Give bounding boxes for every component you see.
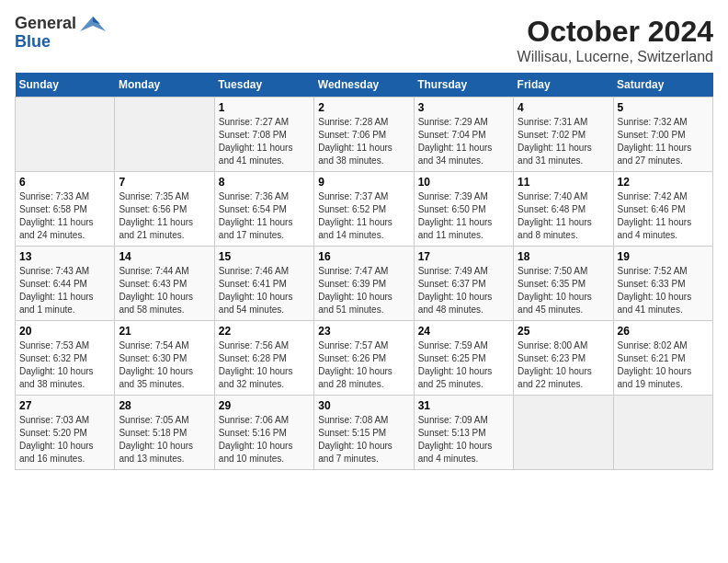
day-detail: Sunrise: 7:49 AM Sunset: 6:37 PM Dayligh… xyxy=(418,265,509,316)
day-number: 23 xyxy=(318,325,409,338)
table-row: 12Sunrise: 7:42 AM Sunset: 6:46 PM Dayli… xyxy=(613,172,712,247)
day-number: 30 xyxy=(318,399,409,412)
table-row: 13Sunrise: 7:43 AM Sunset: 6:44 PM Dayli… xyxy=(16,247,115,321)
day-number: 20 xyxy=(19,325,110,338)
table-row: 3Sunrise: 7:29 AM Sunset: 7:04 PM Daylig… xyxy=(414,98,513,172)
day-detail: Sunrise: 8:00 AM Sunset: 6:23 PM Dayligh… xyxy=(518,339,609,391)
logo: General Blue xyxy=(15,15,106,52)
day-detail: Sunrise: 7:37 AM Sunset: 6:52 PM Dayligh… xyxy=(318,190,409,242)
header-saturday: Saturday xyxy=(613,73,712,98)
day-detail: Sunrise: 7:28 AM Sunset: 7:06 PM Dayligh… xyxy=(318,116,409,167)
day-number: 31 xyxy=(418,399,509,412)
table-row: 17Sunrise: 7:49 AM Sunset: 6:37 PM Dayli… xyxy=(414,247,513,321)
day-number: 13 xyxy=(19,250,110,263)
table-row: 24Sunrise: 7:59 AM Sunset: 6:25 PM Dayli… xyxy=(414,321,513,396)
table-row xyxy=(16,98,115,172)
day-number: 8 xyxy=(219,176,310,189)
table-row: 26Sunrise: 8:02 AM Sunset: 6:21 PM Dayli… xyxy=(613,321,712,396)
day-number: 1 xyxy=(219,101,310,114)
day-detail: Sunrise: 7:52 AM Sunset: 6:33 PM Dayligh… xyxy=(618,265,709,316)
day-detail: Sunrise: 7:43 AM Sunset: 6:44 PM Dayligh… xyxy=(19,265,110,316)
day-number: 3 xyxy=(418,101,509,114)
header-sunday: Sunday xyxy=(16,73,115,98)
day-number: 15 xyxy=(219,250,310,263)
day-detail: Sunrise: 7:46 AM Sunset: 6:41 PM Dayligh… xyxy=(219,265,310,316)
header: General Blue October 2024 Willisau, Luce… xyxy=(15,15,713,65)
day-detail: Sunrise: 7:57 AM Sunset: 6:26 PM Dayligh… xyxy=(318,339,409,391)
day-number: 11 xyxy=(518,176,609,189)
day-number: 17 xyxy=(418,250,509,263)
day-detail: Sunrise: 7:53 AM Sunset: 6:32 PM Dayligh… xyxy=(19,339,110,391)
table-row: 23Sunrise: 7:57 AM Sunset: 6:26 PM Dayli… xyxy=(314,321,414,396)
table-row: 18Sunrise: 7:50 AM Sunset: 6:35 PM Dayli… xyxy=(514,247,613,321)
day-detail: Sunrise: 7:32 AM Sunset: 7:00 PM Dayligh… xyxy=(618,116,709,167)
day-number: 6 xyxy=(19,176,110,189)
day-detail: Sunrise: 7:33 AM Sunset: 6:58 PM Dayligh… xyxy=(19,190,110,242)
day-detail: Sunrise: 7:06 AM Sunset: 5:16 PM Dayligh… xyxy=(219,414,310,465)
table-row: 29Sunrise: 7:06 AM Sunset: 5:16 PM Dayli… xyxy=(214,396,313,470)
day-number: 5 xyxy=(618,101,709,114)
table-row: 9Sunrise: 7:37 AM Sunset: 6:52 PM Daylig… xyxy=(314,172,414,247)
table-row xyxy=(613,396,712,470)
table-row: 19Sunrise: 7:52 AM Sunset: 6:33 PM Dayli… xyxy=(613,247,712,321)
calendar-table: Sunday Monday Tuesday Wednesday Thursday… xyxy=(15,73,713,470)
calendar-week-row: 20Sunrise: 7:53 AM Sunset: 6:32 PM Dayli… xyxy=(16,321,713,396)
day-number: 21 xyxy=(119,325,210,338)
header-wednesday: Wednesday xyxy=(314,73,414,98)
header-tuesday: Tuesday xyxy=(214,73,313,98)
table-row: 5Sunrise: 7:32 AM Sunset: 7:00 PM Daylig… xyxy=(613,98,712,172)
table-row: 31Sunrise: 7:09 AM Sunset: 5:13 PM Dayli… xyxy=(414,396,513,470)
day-number: 4 xyxy=(518,101,609,114)
day-detail: Sunrise: 7:44 AM Sunset: 6:43 PM Dayligh… xyxy=(119,265,210,316)
table-row: 16Sunrise: 7:47 AM Sunset: 6:39 PM Dayli… xyxy=(314,247,414,321)
day-number: 24 xyxy=(418,325,509,338)
header-friday: Friday xyxy=(514,73,613,98)
table-row: 21Sunrise: 7:54 AM Sunset: 6:30 PM Dayli… xyxy=(115,321,214,396)
day-detail: Sunrise: 7:03 AM Sunset: 5:20 PM Dayligh… xyxy=(19,414,110,465)
day-number: 27 xyxy=(19,399,110,412)
calendar-week-row: 27Sunrise: 7:03 AM Sunset: 5:20 PM Dayli… xyxy=(16,396,713,470)
title-area: October 2024 Willisau, Lucerne, Switzerl… xyxy=(518,15,713,65)
day-detail: Sunrise: 7:36 AM Sunset: 6:54 PM Dayligh… xyxy=(219,190,310,242)
day-detail: Sunrise: 7:29 AM Sunset: 7:04 PM Dayligh… xyxy=(418,116,509,167)
table-row xyxy=(115,98,214,172)
day-number: 10 xyxy=(418,176,509,189)
day-detail: Sunrise: 7:31 AM Sunset: 7:02 PM Dayligh… xyxy=(518,116,609,167)
day-number: 18 xyxy=(518,250,609,263)
table-row: 25Sunrise: 8:00 AM Sunset: 6:23 PM Dayli… xyxy=(514,321,613,396)
logo-blue-text: Blue xyxy=(15,33,51,52)
table-row: 15Sunrise: 7:46 AM Sunset: 6:41 PM Dayli… xyxy=(214,247,313,321)
table-row: 6Sunrise: 7:33 AM Sunset: 6:58 PM Daylig… xyxy=(16,172,115,247)
day-number: 22 xyxy=(219,325,310,338)
day-detail: Sunrise: 8:02 AM Sunset: 6:21 PM Dayligh… xyxy=(618,339,709,391)
day-detail: Sunrise: 7:39 AM Sunset: 6:50 PM Dayligh… xyxy=(418,190,509,242)
table-row: 2Sunrise: 7:28 AM Sunset: 7:06 PM Daylig… xyxy=(314,98,414,172)
day-number: 26 xyxy=(618,325,709,338)
day-number: 2 xyxy=(318,101,409,114)
calendar-subtitle: Willisau, Lucerne, Switzerland xyxy=(518,49,713,65)
day-number: 12 xyxy=(618,176,709,189)
table-row: 20Sunrise: 7:53 AM Sunset: 6:32 PM Dayli… xyxy=(16,321,115,396)
day-detail: Sunrise: 7:50 AM Sunset: 6:35 PM Dayligh… xyxy=(518,265,609,316)
header-monday: Monday xyxy=(115,73,214,98)
day-detail: Sunrise: 7:56 AM Sunset: 6:28 PM Dayligh… xyxy=(219,339,310,391)
day-detail: Sunrise: 7:59 AM Sunset: 6:25 PM Dayligh… xyxy=(418,339,509,391)
day-detail: Sunrise: 7:08 AM Sunset: 5:15 PM Dayligh… xyxy=(318,414,409,465)
table-row: 28Sunrise: 7:05 AM Sunset: 5:18 PM Dayli… xyxy=(115,396,214,470)
day-detail: Sunrise: 7:35 AM Sunset: 6:56 PM Dayligh… xyxy=(119,190,210,242)
day-detail: Sunrise: 7:42 AM Sunset: 6:46 PM Dayligh… xyxy=(618,190,709,242)
day-detail: Sunrise: 7:47 AM Sunset: 6:39 PM Dayligh… xyxy=(318,265,409,316)
table-row: 11Sunrise: 7:40 AM Sunset: 6:48 PM Dayli… xyxy=(514,172,613,247)
day-number: 16 xyxy=(318,250,409,263)
day-detail: Sunrise: 7:05 AM Sunset: 5:18 PM Dayligh… xyxy=(119,414,210,465)
table-row xyxy=(514,396,613,470)
day-detail: Sunrise: 7:54 AM Sunset: 6:30 PM Dayligh… xyxy=(119,339,210,391)
day-number: 19 xyxy=(618,250,709,263)
logo-general-text: General xyxy=(15,15,76,33)
day-number: 7 xyxy=(119,176,210,189)
day-detail: Sunrise: 7:27 AM Sunset: 7:08 PM Dayligh… xyxy=(219,116,310,167)
table-row: 4Sunrise: 7:31 AM Sunset: 7:02 PM Daylig… xyxy=(514,98,613,172)
header-thursday: Thursday xyxy=(414,73,513,98)
day-number: 28 xyxy=(119,399,210,412)
calendar-week-row: 13Sunrise: 7:43 AM Sunset: 6:44 PM Dayli… xyxy=(16,247,713,321)
